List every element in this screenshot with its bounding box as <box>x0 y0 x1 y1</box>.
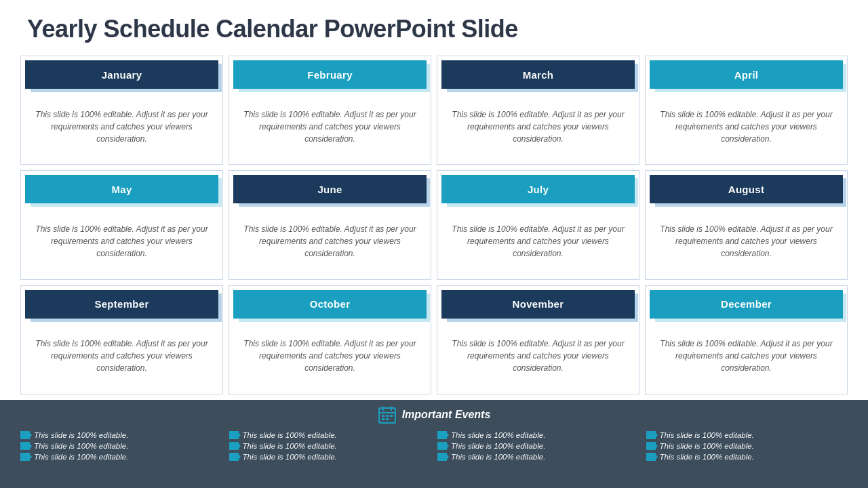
footer-column-3: This slide is 100% editable. This slide … <box>646 431 848 461</box>
svg-rect-5 <box>386 415 389 417</box>
svg-rect-4 <box>382 415 384 417</box>
month-body: This slide is 100% editable. Adjust it a… <box>646 319 847 394</box>
footer-bullet <box>437 431 447 439</box>
month-name: February <box>307 69 353 81</box>
month-card-june: June This slide is 100% editable. Adjust… <box>229 170 431 279</box>
svg-rect-8 <box>386 418 389 420</box>
month-description: This slide is 100% editable. Adjust it a… <box>237 108 422 145</box>
footer-item: This slide is 100% editable. <box>437 442 639 450</box>
month-body: This slide is 100% editable. Adjust it a… <box>21 89 222 164</box>
month-description: This slide is 100% editable. Adjust it a… <box>29 223 214 260</box>
month-description: This slide is 100% editable. Adjust it a… <box>654 223 839 260</box>
month-description: This slide is 100% editable. Adjust it a… <box>446 338 631 374</box>
month-body: This slide is 100% editable. Adjust it a… <box>437 203 639 279</box>
footer-item: This slide is 100% editable. <box>229 453 431 461</box>
footer-bullet <box>437 453 447 461</box>
month-header: February <box>233 60 427 89</box>
footer-bullet <box>646 431 656 439</box>
month-description: This slide is 100% editable. Adjust it a… <box>237 338 422 374</box>
footer-item-text: This slide is 100% editable. <box>451 431 545 439</box>
footer-item-text: This slide is 100% editable. <box>34 431 128 439</box>
month-description: This slide is 100% editable. Adjust it a… <box>654 338 839 374</box>
month-name: March <box>523 69 554 81</box>
footer-bar: Important Events This slide is 100% edit… <box>0 400 868 488</box>
month-name: October <box>310 298 351 310</box>
month-name: July <box>528 184 549 195</box>
month-body: This slide is 100% editable. Adjust it a… <box>229 89 431 164</box>
month-description: This slide is 100% editable. Adjust it a… <box>654 108 839 145</box>
month-header: November <box>441 290 635 319</box>
month-name: April <box>734 69 759 81</box>
svg-rect-6 <box>390 415 393 417</box>
footer-column-0: This slide is 100% editable. This slide … <box>20 431 222 461</box>
footer-item: This slide is 100% editable. <box>20 453 222 461</box>
footer-item-text: This slide is 100% editable. <box>34 442 128 450</box>
month-header: October <box>233 290 427 319</box>
month-header: August <box>650 175 843 203</box>
footer-item: This slide is 100% editable. <box>437 453 639 461</box>
month-card-july: July This slide is 100% editable. Adjust… <box>437 170 639 279</box>
slide: Yearly Schedule Calendar PowerPoint Slid… <box>0 0 868 488</box>
month-description: This slide is 100% editable. Adjust it a… <box>29 338 214 374</box>
month-name: June <box>317 184 342 195</box>
month-card-may: May This slide is 100% editable. Adjust … <box>20 170 223 279</box>
month-name: September <box>94 298 149 310</box>
month-header: March <box>441 60 635 89</box>
svg-rect-7 <box>382 418 384 420</box>
month-card-february: February This slide is 100% editable. Ad… <box>229 56 431 165</box>
month-header: September <box>25 290 218 319</box>
footer-item: This slide is 100% editable. <box>20 431 222 439</box>
calendar-grid: January This slide is 100% editable. Adj… <box>0 50 868 400</box>
month-name: December <box>721 298 772 310</box>
footer-column-2: This slide is 100% editable. This slide … <box>437 431 639 461</box>
month-header: May <box>25 175 218 203</box>
month-body: This slide is 100% editable. Adjust it a… <box>229 319 431 394</box>
footer-bullet <box>229 431 239 439</box>
footer-bullet <box>646 453 656 461</box>
month-name: November <box>513 298 564 310</box>
footer-item-text: This slide is 100% editable. <box>451 442 545 450</box>
footer-item-text: This slide is 100% editable. <box>243 431 337 439</box>
month-description: This slide is 100% editable. Adjust it a… <box>237 223 422 260</box>
footer-title: Important Events <box>402 409 491 421</box>
month-name: January <box>102 69 142 81</box>
footer-item: This slide is 100% editable. <box>20 442 222 450</box>
month-card-november: November This slide is 100% editable. Ad… <box>437 285 639 394</box>
month-description: This slide is 100% editable. Adjust it a… <box>446 108 631 145</box>
footer-bullet <box>20 453 30 461</box>
footer-item-text: This slide is 100% editable. <box>660 442 754 450</box>
month-card-august: August This slide is 100% editable. Adju… <box>645 170 848 279</box>
footer-bullet <box>229 442 239 450</box>
footer-item: This slide is 100% editable. <box>229 431 431 439</box>
month-body: This slide is 100% editable. Adjust it a… <box>646 203 847 279</box>
footer-item-text: This slide is 100% editable. <box>243 453 337 461</box>
footer-item-text: This slide is 100% editable. <box>451 453 545 461</box>
month-header: April <box>650 60 843 89</box>
month-body: This slide is 100% editable. Adjust it a… <box>437 319 639 394</box>
footer-column-1: This slide is 100% editable. This slide … <box>229 431 431 461</box>
month-description: This slide is 100% editable. Adjust it a… <box>446 223 631 260</box>
month-header: July <box>441 175 635 203</box>
month-body: This slide is 100% editable. Adjust it a… <box>229 203 431 279</box>
month-name: May <box>111 184 132 195</box>
month-card-september: September This slide is 100% editable. A… <box>20 285 223 394</box>
footer-item: This slide is 100% editable. <box>437 431 639 439</box>
footer-item-text: This slide is 100% editable. <box>34 453 128 461</box>
month-description: This slide is 100% editable. Adjust it a… <box>29 108 214 145</box>
month-card-january: January This slide is 100% editable. Adj… <box>20 56 223 165</box>
month-card-december: December This slide is 100% editable. Ad… <box>645 285 848 394</box>
month-card-march: March This slide is 100% editable. Adjus… <box>437 56 639 165</box>
month-header: June <box>233 175 427 203</box>
footer-bullet <box>437 442 447 450</box>
footer-title-row: Important Events <box>20 405 848 424</box>
month-body: This slide is 100% editable. Adjust it a… <box>21 203 222 279</box>
calendar-icon <box>378 405 397 424</box>
footer-bullet <box>20 431 30 439</box>
month-header: January <box>25 60 218 89</box>
footer-item: This slide is 100% editable. <box>646 431 848 439</box>
month-body: This slide is 100% editable. Adjust it a… <box>437 89 639 164</box>
footer-bullet <box>20 442 30 450</box>
footer-item: This slide is 100% editable. <box>646 442 848 450</box>
footer-item: This slide is 100% editable. <box>646 453 848 461</box>
month-header: December <box>650 290 843 319</box>
